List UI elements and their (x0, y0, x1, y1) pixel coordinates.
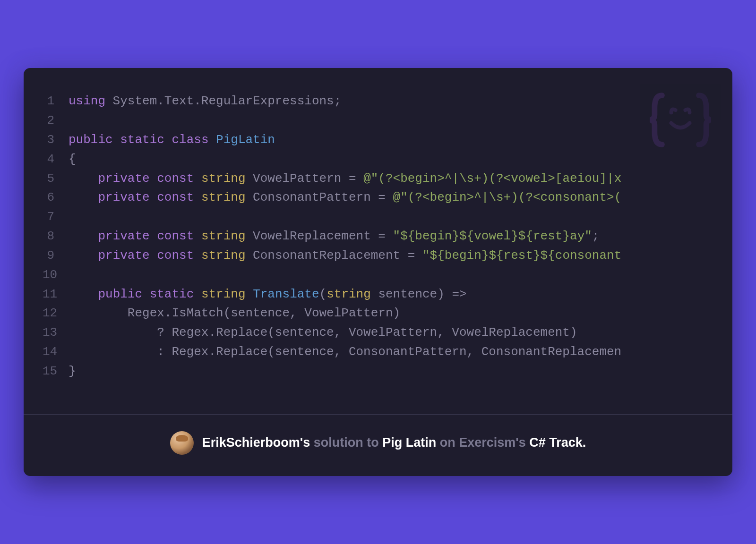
line-number: 14 (43, 342, 69, 362)
code-line: 13 ? Regex.Replace(sentence, VowelPatter… (43, 323, 713, 342)
code-line: 4{ (43, 150, 713, 169)
code-line: 10 (43, 265, 713, 285)
line-content: using System.Text.RegularExpressions; (69, 92, 713, 111)
line-number: 8 (43, 227, 69, 246)
line-content: } (69, 362, 713, 381)
code-line: 15} (43, 362, 713, 381)
line-content (69, 111, 713, 130)
code-line: 11 public static string Translate(string… (43, 285, 713, 304)
caption-text-2: on Exercism's (436, 435, 529, 450)
line-content (69, 207, 713, 227)
code-line: 1using System.Text.RegularExpressions; (43, 92, 713, 111)
caption: ErikSchierboom's solution to Pig Latin o… (202, 435, 586, 450)
exercism-logo-icon (650, 89, 711, 151)
code-line: 14 : Regex.Replace(sentence, ConsonantPa… (43, 342, 713, 362)
code-line: 7 (43, 207, 713, 227)
author-name: ErikSchierboom's (202, 435, 310, 450)
code-line: 9 private const string ConsonantReplacem… (43, 246, 713, 265)
code-area: 1using System.Text.RegularExpressions;23… (24, 68, 732, 414)
code-line: 2 (43, 111, 713, 130)
code-lines: 1using System.Text.RegularExpressions;23… (43, 92, 713, 381)
line-content: public static class PigLatin (69, 130, 713, 150)
code-line: 3public static class PigLatin (43, 130, 713, 150)
line-content: private const string ConsonantReplacemen… (69, 246, 713, 265)
line-number: 3 (43, 130, 69, 150)
line-number: 2 (43, 111, 69, 130)
track-name: C# Track. (529, 435, 586, 450)
line-number: 4 (43, 150, 69, 169)
author-avatar (170, 431, 194, 455)
line-number: 9 (43, 246, 69, 265)
line-content: : Regex.Replace(sentence, ConsonantPatte… (69, 342, 713, 362)
line-content: { (69, 150, 713, 169)
code-line: 6 private const string ConsonantPattern … (43, 188, 713, 207)
line-number: 13 (43, 323, 69, 342)
code-card: 1using System.Text.RegularExpressions;23… (24, 68, 732, 476)
line-number: 6 (43, 188, 69, 207)
footer: ErikSchierboom's solution to Pig Latin o… (24, 415, 732, 476)
line-content: ? Regex.Replace(sentence, VowelPattern, … (69, 323, 713, 342)
line-number: 7 (43, 207, 69, 227)
line-number: 5 (43, 169, 69, 188)
line-content (69, 265, 713, 285)
code-line: 8 private const string VowelReplacement … (43, 227, 713, 246)
code-line: 12 Regex.IsMatch(sentence, VowelPattern) (43, 304, 713, 323)
line-content: public static string Translate(string se… (69, 285, 713, 304)
exercise-name: Pig Latin (382, 435, 436, 450)
line-number: 11 (43, 285, 69, 304)
line-number: 1 (43, 92, 69, 111)
line-content: Regex.IsMatch(sentence, VowelPattern) (69, 304, 713, 323)
line-number: 10 (43, 265, 69, 285)
caption-text-1: solution to (310, 435, 382, 450)
line-number: 12 (43, 304, 69, 323)
line-number: 15 (43, 362, 69, 381)
line-content: private const string VowelReplacement = … (69, 227, 713, 246)
code-line: 5 private const string VowelPattern = @"… (43, 169, 713, 188)
line-content: private const string VowelPattern = @"(?… (69, 169, 713, 188)
line-content: private const string ConsonantPattern = … (69, 188, 713, 207)
